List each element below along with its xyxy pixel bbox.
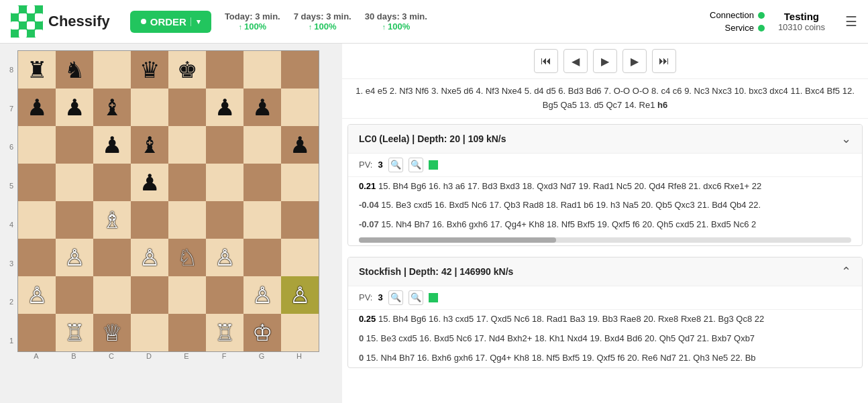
cell-g6[interactable] bbox=[243, 126, 281, 164]
first-move-button[interactable]: ⏮ bbox=[534, 49, 558, 73]
cell-h6[interactable]: ♟ bbox=[281, 126, 319, 164]
cell-d3[interactable]: ♙ bbox=[131, 239, 168, 276]
cell-b7[interactable]: ♟ bbox=[56, 89, 93, 126]
engine-sf-line-3: 0 15. Nh4 Bh7 16. Bxh6 gxh6 17. Qg4+ Kh8… bbox=[348, 349, 862, 368]
cell-f7[interactable]: ♟ bbox=[206, 89, 243, 126]
piece-f1: ♖ bbox=[215, 321, 235, 344]
cell-c8[interactable] bbox=[93, 51, 131, 89]
chess-board[interactable]: ♜♞♛♚♟♟♝♟♟♟♝♟♟♗♙♙♘♙♙♙♙♖♕♖♔ bbox=[17, 50, 319, 352]
cell-d5[interactable]: ♟ bbox=[131, 164, 168, 201]
cell-e6[interactable] bbox=[168, 126, 206, 164]
next-alt-button[interactable]: ▶ bbox=[622, 49, 647, 73]
cell-h5[interactable] bbox=[281, 164, 319, 201]
piece-a7: ♟ bbox=[27, 96, 47, 119]
service-label: Service bbox=[725, 23, 754, 33]
file-g: G bbox=[243, 352, 280, 360]
cell-c5[interactable] bbox=[93, 164, 131, 201]
cell-c7[interactable]: ♝ bbox=[93, 89, 131, 126]
cell-e7[interactable] bbox=[168, 89, 206, 126]
cell-d1[interactable] bbox=[131, 314, 168, 351]
zoom-out-btn-2[interactable]: 🔍 bbox=[409, 290, 423, 305]
cell-h4[interactable] bbox=[281, 201, 319, 239]
cell-e2[interactable] bbox=[168, 276, 206, 314]
cell-g7[interactable]: ♟ bbox=[243, 89, 281, 126]
next-move-button[interactable]: ▶ bbox=[593, 49, 617, 73]
pv-num-1: 3 bbox=[378, 160, 382, 170]
piece-g2: ♙ bbox=[252, 284, 272, 306]
scrollbar-thumb-1[interactable] bbox=[359, 237, 556, 243]
testing-title: Testing bbox=[784, 11, 819, 22]
piece-e3: ♘ bbox=[177, 246, 197, 269]
cell-e5[interactable] bbox=[168, 164, 206, 201]
rank-2: 2 bbox=[7, 283, 16, 321]
piece-g1: ♔ bbox=[252, 321, 272, 344]
cell-e3[interactable]: ♘ bbox=[168, 239, 206, 276]
svg-rect-13 bbox=[11, 30, 19, 38]
cell-c6[interactable]: ♟ bbox=[93, 126, 131, 164]
engine-lc0-scrollbar[interactable] bbox=[348, 235, 862, 245]
cell-d8[interactable]: ♛ bbox=[131, 51, 168, 89]
engine-lc0-toggle[interactable]: ⌄ bbox=[841, 131, 851, 146]
cell-d2[interactable] bbox=[131, 276, 168, 314]
cell-e8[interactable]: ♚ bbox=[168, 51, 206, 89]
cell-d7[interactable] bbox=[131, 89, 168, 126]
cell-e4[interactable] bbox=[168, 201, 206, 239]
cell-f8[interactable] bbox=[206, 51, 243, 89]
zoom-out-btn-1[interactable]: 🔍 bbox=[409, 158, 423, 172]
cell-f4[interactable] bbox=[206, 201, 243, 239]
cell-h7[interactable] bbox=[281, 89, 319, 126]
cell-f2[interactable] bbox=[206, 276, 243, 314]
menu-icon[interactable]: ☰ bbox=[845, 13, 857, 30]
prev-move-button[interactable]: ◀ bbox=[563, 49, 588, 73]
cell-g1[interactable]: ♔ bbox=[243, 314, 281, 351]
cell-b2[interactable] bbox=[56, 276, 93, 314]
cell-c1[interactable]: ♕ bbox=[93, 314, 131, 351]
engine-lc0-pv-row: PV: 3 🔍 🔍 bbox=[348, 154, 862, 177]
file-f: F bbox=[205, 352, 243, 360]
engine-sf-toggle[interactable]: ⌃ bbox=[841, 264, 851, 279]
cell-b3[interactable]: ♙ bbox=[56, 239, 93, 276]
move-list: 1. e4 e5 2. Nf3 Nf6 3. Nxe5 d6 4. Nf3 Nx… bbox=[342, 79, 868, 119]
order-button[interactable]: ORDER ▾ bbox=[130, 11, 211, 33]
cell-a6[interactable] bbox=[18, 126, 56, 164]
cell-d4[interactable] bbox=[131, 201, 168, 239]
cell-e1[interactable] bbox=[168, 314, 206, 351]
cell-g5[interactable] bbox=[243, 164, 281, 201]
cell-g8[interactable] bbox=[243, 51, 281, 89]
cell-b4[interactable] bbox=[56, 201, 93, 239]
cell-g4[interactable] bbox=[243, 201, 281, 239]
engine-sf-title: Stockfish | Depth: 42 | 146990 kN/s bbox=[359, 266, 513, 277]
zoom-in-btn-2[interactable]: 🔍 bbox=[388, 290, 403, 305]
cell-b8[interactable]: ♞ bbox=[56, 51, 93, 89]
cell-a3[interactable] bbox=[18, 239, 56, 276]
cell-h3[interactable] bbox=[281, 239, 319, 276]
cell-a5[interactable] bbox=[18, 164, 56, 201]
cell-f3[interactable]: ♙ bbox=[206, 239, 243, 276]
cell-a7[interactable]: ♟ bbox=[18, 89, 56, 126]
cell-c2[interactable] bbox=[93, 276, 131, 314]
cell-h1[interactable] bbox=[281, 314, 319, 351]
cell-a4[interactable] bbox=[18, 201, 56, 239]
cell-h8[interactable] bbox=[281, 51, 319, 89]
cell-d6[interactable]: ♝ bbox=[131, 126, 168, 164]
cell-a8[interactable]: ♜ bbox=[18, 51, 56, 89]
cell-b1[interactable]: ♖ bbox=[56, 314, 93, 351]
cell-f6[interactable] bbox=[206, 126, 243, 164]
cell-c3[interactable] bbox=[93, 239, 131, 276]
cell-h2[interactable]: ♙ bbox=[281, 276, 319, 314]
cell-g2[interactable]: ♙ bbox=[243, 276, 281, 314]
scrollbar-track-1[interactable] bbox=[359, 237, 851, 243]
cell-b5[interactable] bbox=[56, 164, 93, 201]
cell-f5[interactable] bbox=[206, 164, 243, 201]
cell-f1[interactable]: ♖ bbox=[206, 314, 243, 351]
cell-g3[interactable] bbox=[243, 239, 281, 276]
cell-a2[interactable]: ♙ bbox=[18, 276, 56, 314]
cell-c4[interactable]: ♗ bbox=[93, 201, 131, 239]
engine-sf-line-2: 0 15. Be3 cxd5 16. Bxd5 Nc6 17. Nd4 Bxh2… bbox=[348, 329, 862, 349]
svg-rect-15 bbox=[27, 30, 35, 38]
zoom-in-btn-1[interactable]: 🔍 bbox=[388, 158, 403, 172]
cell-a1[interactable] bbox=[18, 314, 56, 351]
cell-b6[interactable] bbox=[56, 126, 93, 164]
last-move-button[interactable]: ⏭ bbox=[652, 49, 676, 73]
connection-area: Connection Service bbox=[710, 10, 765, 33]
